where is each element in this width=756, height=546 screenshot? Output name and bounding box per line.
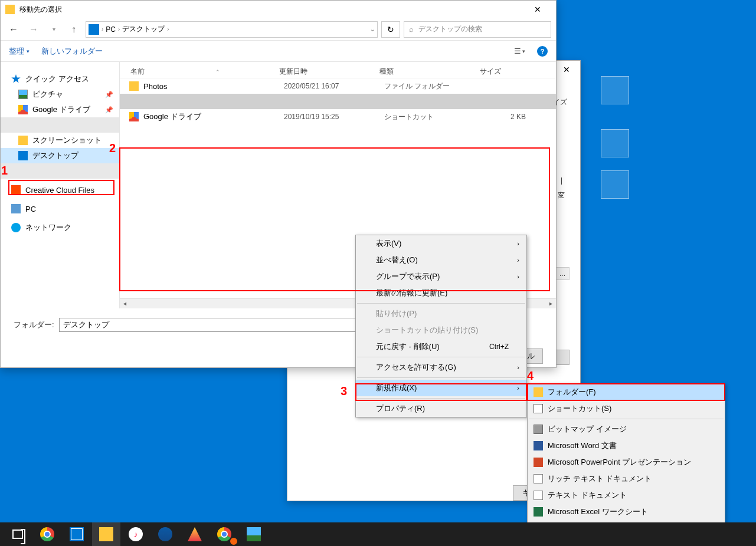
edge-button[interactable] [151,522,179,546]
col-date[interactable]: 更新日時 [279,67,379,77]
cm-refresh[interactable]: 最新の情報に更新(E) [356,285,526,301]
taskbar [0,522,756,546]
sm-txt[interactable]: テキスト ドキュメント [528,487,725,504]
pc-icon [11,204,21,213]
folder-icon [5,5,15,14]
breadcrumb-dropdown-icon[interactable]: ⌄ [370,26,375,32]
chrome2-button[interactable] [210,522,238,546]
separator [529,419,724,419]
cm-access[interactable]: アクセスを許可する(G)› [356,359,526,376]
cm-undo[interactable]: 元に戻す - 削除(U)Ctrl+Z [356,338,526,355]
up-button[interactable]: ↑ [66,21,82,38]
xls-icon [534,507,543,517]
cm-paste-shortcut: ショートカットの貼り付け(S) [356,322,526,338]
explorer-button[interactable] [92,522,120,546]
bg-other-label: | [561,176,562,185]
sm-bitmap[interactable]: ビットマップ イメージ [528,421,725,438]
sidebar-item-network[interactable]: ネットワーク [1,220,119,235]
help-button[interactable]: ? [537,46,548,57]
sm-folder[interactable]: フォルダー(F) [528,384,725,400]
bg-dots-btn[interactable]: ... [555,267,570,280]
col-name[interactable]: 名前⌃ [120,67,279,77]
new-folder-button[interactable]: 新しいフォルダー [41,46,103,57]
file-row[interactable] [120,94,556,109]
folder-icon [18,136,28,145]
scroll-left-icon[interactable]: ◄ [120,299,130,309]
sidebar-item-gdrive[interactable]: Google ドライブ📌 [1,102,119,117]
app-button[interactable] [181,522,209,546]
sidebar-item-quickaccess[interactable]: クイック アクセス [1,71,119,87]
sm-shortcut[interactable]: ショートカット(S) [528,400,725,417]
edge-icon [158,527,172,541]
network-icon [11,223,21,232]
sidebar-item-pc[interactable]: PC [1,201,119,216]
annotation-3: 3 [341,384,347,398]
cm-paste: 貼り付け(P) [356,305,526,322]
gdrive-icon [18,105,28,114]
breadcrumb-desktop[interactable]: デスクトップ [122,24,165,34]
close-button[interactable]: ✕ [524,1,551,18]
photos-button[interactable] [240,522,268,546]
breadcrumb-pc[interactable]: PC [106,25,116,34]
sm-xls[interactable]: Microsoft Excel ワークシート [528,504,725,520]
chevron-icon: › [118,26,120,32]
scroll-right-icon[interactable]: ► [546,299,556,309]
mail-button[interactable] [63,522,91,546]
ppt-icon [534,458,543,467]
forward-button[interactable]: → [25,21,42,38]
search-input[interactable]: ⌕ デスクトップの検索 [404,21,551,38]
refresh-button[interactable]: ↻ [381,21,400,38]
separator [357,303,525,304]
organize-button[interactable]: 整理▾ [9,46,30,57]
sidebar-item-ccfiles[interactable]: Creative Cloud Files [1,182,119,198]
separator [357,377,525,378]
itunes-button[interactable] [122,522,150,546]
chevron-right-icon: › [517,273,519,280]
recent-dropdown[interactable]: ▾ [45,21,62,38]
column-headers: 名前⌃ 更新日時 種類 サイズ [120,62,556,78]
cm-properties[interactable]: プロパティ(R) [356,400,526,417]
badge-icon [230,538,237,545]
col-size[interactable]: サイズ [480,67,527,77]
sidebar-item-desktop[interactable]: デスクトップ [1,148,119,163]
gdrive-icon [129,112,139,121]
taskview-button[interactable] [4,522,32,546]
annotation-1: 1 [1,164,8,177]
cm-view[interactable]: 表示(V)› [356,235,526,252]
search-icon: ⌕ [409,25,414,34]
separator [357,398,525,399]
sm-ppt[interactable]: Microsoft PowerPoint プレゼンテーション [528,454,725,471]
col-type[interactable]: 種類 [379,67,480,77]
mail-icon [70,527,84,541]
chrome-icon [40,527,54,541]
sm-rtf[interactable]: リッチ テキスト ドキュメント [528,471,725,487]
star-icon [11,74,21,84]
file-row[interactable]: Google ドライブ 2019/10/19 15:25 ショートカット 2 K… [120,109,556,124]
view-button[interactable]: ☰▾ [514,47,525,55]
sidebar-item-grayed[interactable] [1,117,119,133]
file-row[interactable]: Photos 2020/05/21 16:07 ファイル フォルダー [120,78,556,94]
bg-change-label: 変 [558,190,565,200]
chevron-icon: › [167,26,169,32]
folder-label: フォルダー: [14,320,54,330]
back-button[interactable]: ← [5,21,22,38]
annotation-2: 2 [109,142,116,155]
search-placeholder: デスクトップの検索 [418,24,482,34]
sm-word[interactable]: Microsoft Word 文書 [528,438,725,454]
bg-close-button[interactable]: ✕ [553,61,580,78]
cm-group[interactable]: グループで表示(P)› [356,268,526,285]
sidebar-item-pictures[interactable]: ピクチャ📌 [1,87,119,102]
shortcut-icon [534,404,543,413]
shortcut-key: Ctrl+Z [489,343,509,351]
context-menu: 表示(V)› 並べ替え(O)› グループで表示(P)› 最新の情報に更新(E) … [355,235,527,417]
sidebar-item-grayed2[interactable] [1,163,119,179]
breadcrumb[interactable]: › PC › デスクトップ › ⌄ [86,21,378,38]
separator [357,357,525,357]
toolbar: 整理▾ 新しいフォルダー ☰▾ ? [1,41,556,62]
sidebar-item-screenshot[interactable]: スクリーンショット [1,133,119,148]
desktop-icon [18,151,28,160]
cm-sort[interactable]: 並べ替え(O)› [356,252,526,268]
file-icon [129,97,139,106]
chrome-button[interactable] [33,522,61,546]
cm-new[interactable]: 新規作成(X)› [356,380,526,396]
